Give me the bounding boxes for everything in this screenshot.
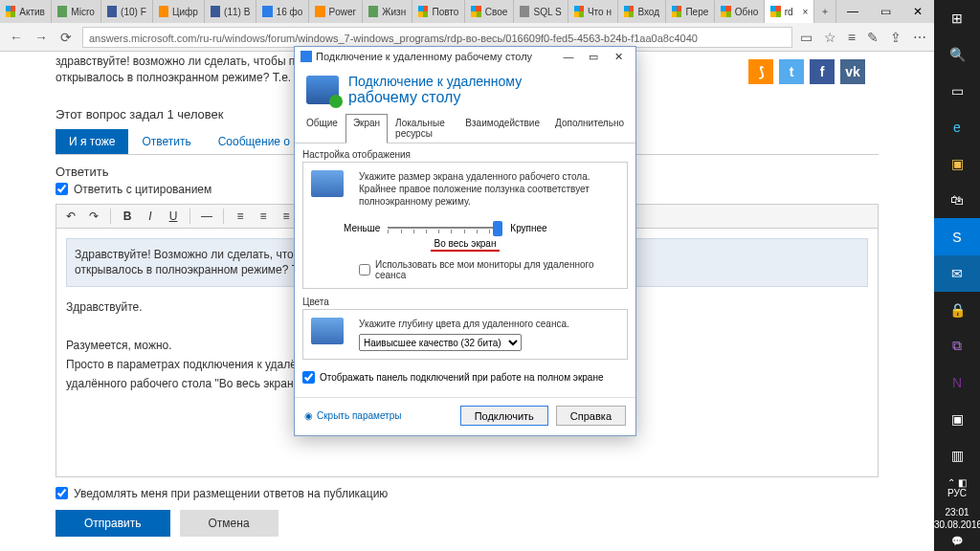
color-depth-select[interactable]: Наивысшее качество (32 бита)	[359, 334, 522, 351]
note-icon[interactable]: ✎	[867, 30, 879, 45]
tab-0[interactable]: Актив	[0, 0, 52, 23]
tab-13[interactable]: Пере	[666, 0, 715, 23]
display-group-title: Настройка отображения	[302, 149, 628, 160]
tray-clock[interactable]: 23:01 30.08.2016 💬	[934, 502, 980, 551]
outlook-icon[interactable]: ✉	[934, 255, 980, 292]
tab-2[interactable]: (10) F	[101, 0, 153, 23]
hub-icon[interactable]: ≡	[848, 30, 856, 45]
tab-5[interactable]: 16 фо	[256, 0, 309, 23]
twitter-icon[interactable]: t	[779, 59, 804, 84]
start-icon[interactable]: ⊞	[934, 0, 980, 36]
tab-12[interactable]: Вход	[618, 0, 666, 23]
underline-icon[interactable]: U	[163, 207, 184, 226]
help-button[interactable]: Справка	[556, 406, 626, 426]
rss-icon[interactable]: ⟆	[748, 59, 773, 84]
bold-icon[interactable]: B	[117, 207, 138, 226]
address-bar[interactable]: answers.microsoft.com/ru-ru/windows/foru…	[82, 27, 792, 48]
rdp-tab-local[interactable]: Локальные ресурсы	[388, 114, 457, 143]
hide-options-link[interactable]: ◉ Скрыть параметры	[304, 410, 401, 421]
rdp-close-icon[interactable]: ✕	[607, 51, 630, 63]
align-left-icon[interactable]: ≡	[230, 207, 251, 226]
quote-checkbox[interactable]	[56, 183, 68, 195]
undo-icon[interactable]: ↶	[60, 207, 81, 226]
cancel-button[interactable]: Отмена	[180, 510, 278, 537]
store-icon[interactable]: 🛍	[934, 182, 980, 218]
rdp-maximize-icon[interactable]: ▭	[582, 51, 605, 63]
rdp-tab-experience[interactable]: Взаимодействие	[457, 114, 547, 143]
tab-active[interactable]: rd×	[765, 0, 814, 23]
app-icon[interactable]: ▣	[934, 401, 980, 437]
tab-7[interactable]: Жизн	[363, 0, 412, 23]
refresh-icon[interactable]: ⟳	[57, 30, 75, 45]
tab-10[interactable]: SQL S	[514, 0, 568, 23]
forward-icon[interactable]: →	[33, 30, 50, 45]
all-monitors-checkbox[interactable]	[359, 264, 370, 276]
rdp-tab-advanced[interactable]: Дополнительно	[547, 114, 632, 143]
explorer-icon[interactable]: ▣	[934, 145, 980, 182]
tab-6[interactable]: Power	[309, 0, 363, 23]
notify-checkbox[interactable]	[56, 487, 68, 499]
rdp-banner: Подключение к удаленному рабочему столу	[295, 66, 635, 114]
taskview-icon[interactable]: ▭	[934, 73, 980, 109]
new-tab-button[interactable]: ＋	[814, 0, 836, 23]
favorite-icon[interactable]: ☆	[824, 30, 836, 45]
rdp-tabs: Общие Экран Локальные ресурсы Взаимодейс…	[295, 114, 635, 143]
send-button[interactable]: Отправить	[56, 510, 170, 537]
windows-taskbar: ⊞ 🔍 ▭ e ▣ 🛍 S ✉ 🔒 ⧉ N ▣ ▥ ⌃ ◧РУС 23:01 3…	[934, 0, 980, 551]
tab-11[interactable]: Что н	[568, 0, 618, 23]
skype-icon[interactable]: S	[934, 218, 980, 254]
colors-group-title: Цвета	[302, 297, 628, 307]
share-icon[interactable]: ⇪	[890, 30, 902, 45]
search-icon[interactable]: 🔍	[934, 36, 980, 73]
tab-me-too[interactable]: И я тоже	[56, 129, 128, 154]
tray-lang[interactable]: ⌃ ◧РУС	[934, 474, 980, 502]
tab-3[interactable]: Цифр	[153, 0, 205, 23]
connect-button[interactable]: Подключить	[460, 406, 548, 426]
rdp-minimize-icon[interactable]: —	[557, 51, 580, 63]
redo-icon[interactable]: ↷	[83, 207, 104, 226]
rdp-titlebar[interactable]: Подключение к удаленному рабочему столу …	[295, 47, 635, 66]
slider-less-label: Меньше	[344, 223, 380, 233]
vk-icon[interactable]: vk	[840, 59, 865, 84]
hr-icon[interactable]: —	[196, 207, 217, 226]
facebook-icon[interactable]: f	[810, 59, 835, 84]
quote-label: Ответить с цитированием	[74, 183, 212, 196]
window-minimize-icon[interactable]: —	[836, 0, 869, 23]
rdp-banner-icon	[306, 76, 339, 104]
colors-icon	[311, 318, 344, 344]
italic-icon[interactable]: I	[140, 207, 161, 226]
size-slider[interactable]	[388, 219, 502, 236]
rdp-tab-display[interactable]: Экран	[345, 114, 388, 143]
tab-14[interactable]: Обно	[715, 0, 765, 23]
onenote-icon[interactable]: N	[934, 364, 980, 401]
fullscreen-label: Во весь экран	[431, 238, 501, 252]
rdp-tab-general[interactable]: Общие	[299, 114, 345, 143]
colors-group: Укажите глубину цвета для удаленного сеа…	[302, 309, 628, 360]
window-close-icon[interactable]: ✕	[902, 0, 934, 23]
vs-icon[interactable]: ⧉	[934, 328, 980, 364]
show-connbar-checkbox[interactable]	[302, 371, 315, 384]
social-icons: ⟆ t f vk	[748, 59, 865, 84]
browser-tab-strip: Актив Micro (10) F Цифр (11) B 16 фо Pow…	[0, 0, 934, 23]
back-icon[interactable]: ←	[8, 30, 25, 45]
tab-9[interactable]: Свое	[465, 0, 514, 23]
tab-4[interactable]: (11) B	[205, 0, 257, 23]
rdp-dialog: Подключение к удаленному рабочему столу …	[294, 46, 636, 436]
app2-icon[interactable]: ▥	[934, 437, 980, 474]
reader-icon[interactable]: ▭	[800, 30, 813, 45]
tab-1[interactable]: Micro	[52, 0, 101, 23]
security-icon[interactable]: 🔒	[934, 292, 980, 328]
edge-icon[interactable]: e	[934, 109, 980, 145]
window-maximize-icon[interactable]: ▭	[869, 0, 902, 23]
notify-label: Уведомлять меня при размещении ответов н…	[74, 487, 388, 500]
slider-more-label: Крупнее	[510, 223, 546, 233]
more-icon[interactable]: ⋯	[913, 30, 926, 45]
rdp-app-icon	[301, 51, 312, 62]
tab-answer[interactable]: Ответить	[128, 129, 204, 154]
monitor-icon	[311, 170, 344, 197]
display-group: Укажите размер экрана удаленного рабочег…	[302, 162, 628, 289]
tab-8[interactable]: Повто	[412, 0, 465, 23]
align-center-icon[interactable]: ≡	[253, 207, 274, 226]
